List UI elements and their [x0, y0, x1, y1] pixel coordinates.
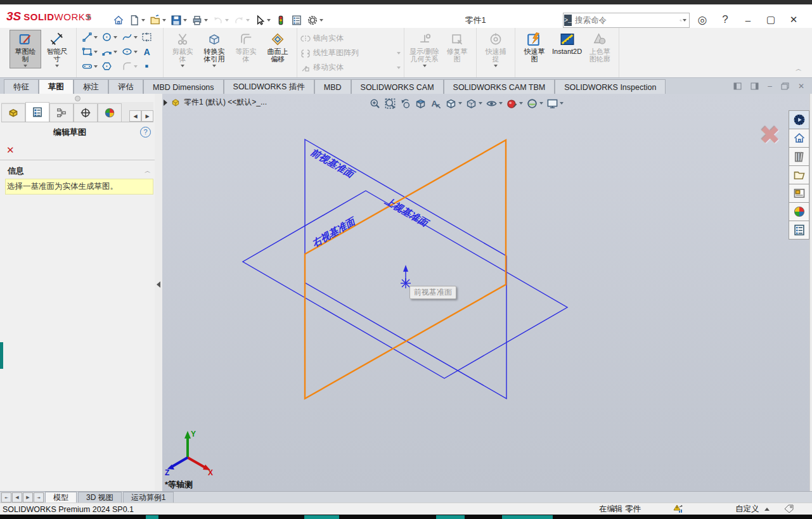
- ellipse-caret[interactable]: [134, 51, 138, 53]
- settings-button[interactable]: [306, 13, 325, 27]
- tab-MBD Dimensions[interactable]: MBD Dimensions: [143, 79, 224, 94]
- sketch-button[interactable]: 草图绘 制: [10, 30, 41, 68]
- open-button[interactable]: [148, 13, 167, 27]
- display-style-button[interactable]: [465, 98, 482, 110]
- customize-control[interactable]: 自定义: [735, 504, 770, 515]
- straight-slot-button[interactable]: [81, 59, 99, 74]
- close-button[interactable]: ✕: [782, 14, 805, 25]
- ellipse-button[interactable]: [120, 44, 139, 59]
- point-button[interactable]: [140, 59, 159, 74]
- flyout-expand-icon[interactable]: [164, 99, 167, 106]
- options-list-button[interactable]: [290, 13, 304, 27]
- open-caret[interactable]: [162, 19, 166, 22]
- cancel-button[interactable]: ✕: [6, 144, 15, 156]
- zoom-to-area-button[interactable]: [384, 98, 396, 110]
- doc-tab-运动算例1[interactable]: 运动算例1: [123, 492, 174, 503]
- print-button[interactable]: [190, 13, 209, 27]
- view-orientation-button[interactable]: [445, 98, 462, 110]
- ribbon-collapse-chevron-icon[interactable]: ︿: [794, 66, 804, 74]
- smart-dimension-caret[interactable]: [55, 65, 59, 67]
- annotation-views-button[interactable]: A: [430, 98, 442, 110]
- line-caret[interactable]: [94, 36, 98, 39]
- save-caret[interactable]: [183, 19, 187, 22]
- search-icon[interactable]: [680, 16, 682, 25]
- doc-close-icon[interactable]: ✕: [798, 82, 804, 91]
- view-settings-caret[interactable]: [560, 102, 564, 105]
- display-manager-tab[interactable]: [98, 103, 122, 122]
- tab-标注[interactable]: 标注: [74, 79, 108, 94]
- file-explorer-button[interactable]: [789, 165, 809, 184]
- convert-entities-caret[interactable]: [212, 65, 216, 67]
- display-style-caret[interactable]: [479, 102, 482, 105]
- apply-scene-button[interactable]: [526, 98, 543, 110]
- rebuild-button[interactable]: [274, 13, 288, 27]
- tab-SOLIDWORKS CAM TBM[interactable]: SOLIDWORKS CAM TBM: [444, 79, 555, 94]
- circle-caret[interactable]: [113, 36, 117, 39]
- appearances-scenes-button[interactable]: [789, 202, 809, 221]
- previous-view-button[interactable]: [399, 98, 411, 110]
- line-button[interactable]: [81, 30, 99, 44]
- sketch-picture-button[interactable]: [140, 30, 159, 44]
- new-document-caret[interactable]: [141, 19, 145, 22]
- view-settings-button[interactable]: [546, 98, 564, 110]
- trim-entities-caret[interactable]: [181, 65, 184, 67]
- previous-tab-button[interactable]: ◀: [12, 492, 22, 503]
- offset-on-surface-button[interactable]: 曲面上 偏移: [262, 30, 293, 68]
- home-button[interactable]: [112, 13, 126, 27]
- move-entities-caret[interactable]: [397, 67, 401, 69]
- sketch-caret[interactable]: [23, 65, 27, 67]
- doc-restore-icon[interactable]: [781, 82, 789, 90]
- tab-评估[interactable]: 评估: [108, 79, 143, 94]
- spline-button[interactable]: [120, 30, 139, 44]
- maximize-button[interactable]: ▢: [759, 14, 782, 25]
- edit-appearance-button[interactable]: [506, 98, 523, 110]
- spline-caret[interactable]: [134, 36, 138, 39]
- menu-expand-arrow-icon[interactable]: [87, 14, 91, 20]
- tab-特征[interactable]: 特征: [4, 79, 39, 94]
- doc-tab-模型[interactable]: 模型: [45, 492, 77, 503]
- three-point-arc-caret[interactable]: [113, 51, 117, 53]
- polygon-button[interactable]: [100, 59, 119, 74]
- straight-slot-caret[interactable]: [94, 65, 98, 68]
- quick-snaps-caret[interactable]: [494, 65, 498, 67]
- last-tab-button[interactable]: ⯮: [34, 492, 44, 503]
- info-collapse-chevron-icon[interactable]: ︿: [145, 167, 151, 176]
- doc-tab-3D 视图[interactable]: 3D 视图: [78, 492, 122, 503]
- tab-MBD[interactable]: MBD: [314, 79, 351, 94]
- configuration-manager-tab[interactable]: [49, 103, 74, 122]
- hide-show-items-button[interactable]: [486, 98, 503, 110]
- rapid-sketch-button[interactable]: 快速草 图: [519, 30, 550, 68]
- top-plane[interactable]: [243, 191, 567, 378]
- dock-left-icon[interactable]: [733, 82, 742, 90]
- tab-SOLIDWORKS CAM[interactable]: SOLIDWORKS CAM: [351, 79, 444, 94]
- select-caret[interactable]: [267, 19, 271, 22]
- zoom-to-fit-button[interactable]: [369, 98, 381, 110]
- three-point-arc-button[interactable]: [100, 44, 119, 59]
- convert-entities-button[interactable]: 转换实 体引用: [198, 30, 230, 68]
- home-button[interactable]: [789, 129, 809, 148]
- select-button[interactable]: [253, 13, 272, 27]
- search-input[interactable]: [572, 16, 680, 25]
- tabs-scroll-right-icon[interactable]: ▶: [141, 110, 153, 122]
- solidworks-resources-button[interactable]: [789, 110, 809, 129]
- edit-appearance-caret[interactable]: [519, 102, 523, 105]
- tab-草图[interactable]: 草图: [39, 79, 74, 94]
- save-button[interactable]: [169, 13, 188, 27]
- origin-marker[interactable]: [401, 266, 411, 288]
- undo-caret[interactable]: [225, 19, 229, 22]
- tab-SOLIDWORKS 插件[interactable]: SOLIDWORKS 插件: [224, 79, 314, 94]
- apply-scene-caret[interactable]: [539, 102, 543, 105]
- property-manager-tab[interactable]: [25, 102, 49, 122]
- instant2d-button[interactable]: Instant2D: [550, 30, 584, 61]
- minimize-button[interactable]: –: [737, 15, 759, 25]
- custom-properties-button[interactable]: [789, 221, 809, 240]
- first-tab-button[interactable]: ⯬: [1, 492, 11, 503]
- section-view-button[interactable]: [415, 98, 427, 110]
- linear-sketch-pattern-caret[interactable]: [397, 52, 401, 54]
- next-tab-button[interactable]: ▶: [23, 492, 33, 503]
- panel-collapse-arrow-icon[interactable]: [157, 281, 160, 288]
- feature-manager-tab[interactable]: [1, 103, 25, 122]
- sketch-fillet-caret[interactable]: [134, 65, 138, 68]
- cancel-sketch-x-icon[interactable]: ✖: [759, 120, 781, 150]
- doc-minimize-icon[interactable]: –: [768, 82, 772, 91]
